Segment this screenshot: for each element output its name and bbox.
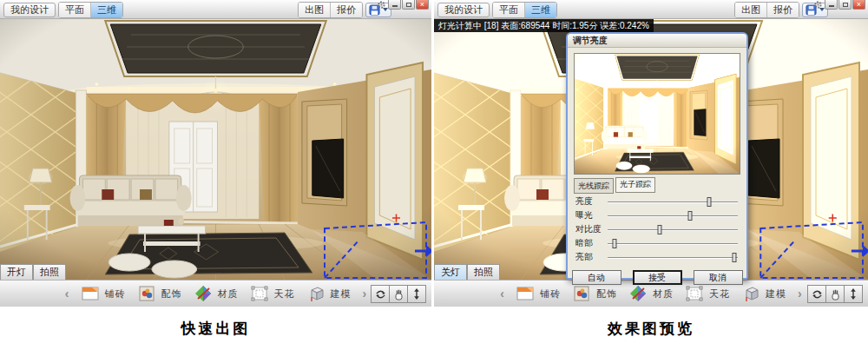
rotate-view-icon[interactable] <box>371 285 390 303</box>
chevron-right-icon[interactable]: › <box>363 287 367 300</box>
left-app-window: 我的设计 平面 三维 出图 报价 × <box>0 0 431 350</box>
tool-label: 天花 <box>709 287 730 300</box>
dialog-title-bar[interactable]: 调节亮度 <box>568 34 746 48</box>
chevron-right-icon[interactable]: › <box>798 287 802 300</box>
brightness-slider[interactable] <box>608 196 738 208</box>
slider-handle[interactable] <box>658 225 662 234</box>
tool-ceiling-right[interactable]: 天花 <box>685 285 730 302</box>
tool-label: 铺砖 <box>540 287 561 300</box>
nav-buttons-left <box>372 285 426 303</box>
3d-view-tab-left[interactable]: 三维 <box>91 3 122 17</box>
tool-tile-right[interactable]: 铺砖 <box>516 285 561 302</box>
tile-icon <box>516 285 535 302</box>
tool-material-left[interactable]: 材质 <box>194 285 239 302</box>
slider-handle[interactable] <box>612 239 616 248</box>
plan-view-tab-right[interactable]: 平面 <box>493 3 525 17</box>
adjust-brightness-dialog: 调节亮度 光线跟踪 光子跟踪 亮度 曝光 对比度 暗部 <box>566 32 748 280</box>
minimize-button-left[interactable] <box>388 0 401 10</box>
highlights-slider[interactable] <box>608 252 738 263</box>
right-app-window: 我的设计 平面 三维 出图 报价 × <box>434 0 868 350</box>
decor-icon <box>137 285 156 302</box>
slider-label: 暗部 <box>575 237 608 249</box>
plan-view-tab-left[interactable]: 平面 <box>59 3 91 17</box>
zoom-view-icon[interactable] <box>407 285 426 303</box>
view-tabs-right: 关灯 拍照 <box>434 264 500 280</box>
slider-handle[interactable] <box>687 211 692 221</box>
view-tabs-left: 开灯 拍照 <box>0 264 66 280</box>
chevron-left-icon[interactable]: ‹ <box>500 287 504 300</box>
viewport-3d-left[interactable]: 开灯 拍照 <box>0 19 431 280</box>
lights-on-tab[interactable]: 开灯 <box>0 264 33 280</box>
chevron-left-icon[interactable]: ‹ <box>65 287 69 300</box>
tool-label: 配饰 <box>161 287 182 300</box>
nav-buttons-right <box>808 285 863 303</box>
top-toolbar-right: 我的设计 平面 三维 出图 报价 × <box>434 0 868 19</box>
tool-tile-left[interactable]: 铺砖 <box>81 285 126 302</box>
tool-decor-left[interactable]: 配饰 <box>137 285 182 302</box>
tool-label: 铺砖 <box>105 287 126 300</box>
dialog-tabs: 光线跟踪 光子跟踪 <box>574 178 746 194</box>
tab-ray-tracing[interactable]: 光线跟踪 <box>574 178 614 194</box>
accept-button[interactable]: 接受 <box>633 270 682 285</box>
close-icon: × <box>420 1 424 9</box>
dialog-preview-image <box>574 53 740 175</box>
settings-gear-icon[interactable] <box>376 0 387 10</box>
maximize-button-left[interactable] <box>402 0 415 10</box>
tool-material-right[interactable]: 材质 <box>628 285 674 302</box>
quote-button-left[interactable]: 报价 <box>331 3 362 17</box>
output-segment-right: 出图 报价 <box>734 2 799 18</box>
3d-view-tab-right[interactable]: 三维 <box>525 3 556 17</box>
zoom-view-icon[interactable] <box>844 285 863 303</box>
slider-handle[interactable] <box>707 197 712 207</box>
slider-row-exposure: 曝光 <box>575 208 738 222</box>
lights-off-tab[interactable]: 关灯 <box>434 264 467 280</box>
slider-row-contrast: 对比度 <box>575 222 738 236</box>
pan-hand-icon[interactable] <box>389 285 408 303</box>
window-controls-right: × <box>812 0 865 10</box>
exposure-slider[interactable] <box>608 210 738 221</box>
snapshot-tab-left[interactable]: 拍照 <box>33 264 66 280</box>
contrast-slider[interactable] <box>608 224 738 235</box>
tab-photon-tracing[interactable]: 光子跟踪 <box>615 177 655 193</box>
minimize-button-right[interactable] <box>825 0 838 10</box>
caption-left: 快速出图 <box>181 319 251 339</box>
caption-right: 效果图预览 <box>608 319 694 339</box>
maximize-button-right[interactable] <box>838 0 852 10</box>
settings-gear-icon[interactable] <box>812 0 824 10</box>
light-calc-status-bar: 灯光计算中 [18] 表面:689544 时间:1.95分 误差:0.242% <box>434 19 654 32</box>
my-design-button-right[interactable]: 我的设计 <box>437 3 490 17</box>
shadows-slider[interactable] <box>608 238 738 249</box>
render-output-button-left[interactable]: 出图 <box>299 3 331 17</box>
minimize-icon <box>829 5 834 7</box>
cancel-button[interactable]: 取消 <box>694 270 743 285</box>
snapshot-tab-right[interactable]: 拍照 <box>467 264 500 280</box>
tool-label: 建模 <box>331 287 352 300</box>
pan-hand-icon[interactable] <box>825 285 845 303</box>
slider-handle[interactable] <box>732 253 736 262</box>
rotate-view-icon[interactable] <box>807 285 826 303</box>
window-controls-left: × <box>376 0 429 10</box>
close-button-right[interactable]: × <box>852 0 865 10</box>
tool-model-right[interactable]: 建模 <box>741 285 786 302</box>
slider-row-brightness: 亮度 <box>575 195 738 208</box>
tool-model-left[interactable]: 建模 <box>306 285 352 302</box>
output-segment-left: 出图 报价 <box>298 2 363 18</box>
render-output-button-right[interactable]: 出图 <box>735 3 767 17</box>
quote-button-right[interactable]: 报价 <box>767 3 799 17</box>
maximize-icon <box>406 3 411 7</box>
caption-area-left: 快速出图 <box>0 307 431 350</box>
tool-label: 建模 <box>766 287 786 300</box>
my-design-button-left[interactable]: 我的设计 <box>3 3 56 17</box>
ceiling-icon <box>685 285 704 302</box>
material-icon <box>194 285 213 302</box>
close-button-left[interactable]: × <box>416 0 429 10</box>
tool-ceiling-left[interactable]: 天花 <box>250 285 295 302</box>
tool-decor-right[interactable]: 配饰 <box>572 285 617 302</box>
model-icon <box>306 285 326 302</box>
auto-button[interactable]: 自动 <box>572 270 621 285</box>
rendered-room-image-left <box>0 19 431 280</box>
tile-icon <box>81 285 100 302</box>
model-icon <box>741 285 760 302</box>
tool-label: 配饰 <box>596 287 617 300</box>
tool-label: 材质 <box>653 287 674 300</box>
